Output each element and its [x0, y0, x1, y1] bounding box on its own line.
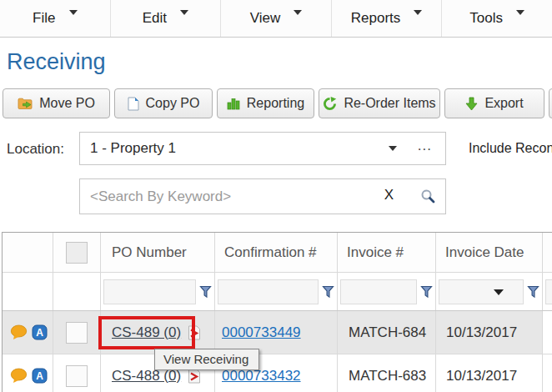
header-po-number-label: PO Number	[101, 244, 187, 261]
svg-text:A: A	[36, 327, 43, 339]
toolbar-button-cutoff[interactable]	[549, 88, 552, 118]
invoice-date-cell: 10/13/2017	[436, 311, 543, 354]
menu-tools[interactable]: Tools	[442, 0, 552, 37]
confirmation-cell: 0000733449	[215, 311, 338, 354]
table-filter-row	[3, 273, 552, 311]
menu-edit[interactable]: Edit	[111, 0, 222, 37]
menu-view-label: View	[250, 10, 281, 27]
table-row: A CS-488 (0) 0000733432 MATCH-683 10/13/…	[3, 354, 552, 392]
filter-confirmation	[215, 273, 338, 310]
row-indicators: A	[3, 354, 53, 392]
invoice-filter-input[interactable]	[340, 279, 417, 304]
select-all-checkbox[interactable]	[66, 242, 88, 264]
chevron-down-icon	[294, 10, 302, 15]
chevron-down-icon	[389, 146, 397, 151]
move-po-button[interactable]: Move PO	[3, 88, 110, 118]
search-clear-button[interactable]: X	[384, 187, 394, 204]
comment-bubble-icon[interactable]	[10, 368, 28, 384]
confirmation-filter-input[interactable]	[218, 279, 319, 304]
location-value: 1 - Property 1	[90, 133, 176, 164]
funnel-icon[interactable]	[527, 285, 539, 299]
svg-text:A: A	[36, 370, 43, 382]
search-icon[interactable]	[420, 188, 435, 207]
move-po-folder-icon	[18, 97, 33, 110]
approval-a-badge-icon[interactable]: A	[32, 368, 48, 384]
comment-bubble-icon[interactable]	[10, 324, 28, 340]
filter-invoice	[338, 273, 436, 310]
row-select	[53, 354, 101, 392]
row-checkbox[interactable]	[66, 322, 88, 344]
chevron-down-icon	[180, 10, 188, 15]
header-confirmation[interactable]: Confirmation #	[215, 233, 338, 272]
chevron-down-icon	[414, 10, 422, 15]
cutoff-cell	[543, 311, 552, 354]
download-arrow-icon	[465, 97, 478, 111]
header-invoice-date[interactable]: Invoice Date	[436, 233, 543, 272]
header-po-number[interactable]: PO Number	[101, 233, 215, 272]
menu-reports-label: Reports	[351, 10, 401, 27]
confirmation-link[interactable]: 0000733449	[222, 324, 301, 341]
table-row: A CS-489 (0) 0000733449 MATCH-684 10/13/…	[3, 311, 552, 354]
copy-po-label: Copy PO	[146, 96, 200, 111]
filter-select	[53, 273, 101, 310]
menu-view[interactable]: View	[221, 0, 332, 37]
header-select-all	[53, 233, 101, 272]
header-indicators	[3, 233, 53, 272]
header-cutoff	[543, 233, 552, 272]
reorder-items-label: Re-Order Items	[344, 96, 435, 111]
menu-file[interactable]: File	[0, 0, 111, 37]
header-invoice-label: Invoice #	[338, 244, 404, 261]
approval-a-badge-icon[interactable]: A	[32, 324, 48, 340]
view-receiving-tooltip: View Receiving	[154, 349, 259, 370]
refresh-arrows-icon	[323, 97, 337, 111]
receiving-table: PO Number Confirmation # Invoice # Invoi…	[2, 232, 552, 392]
reporting-button[interactable]: Reporting	[217, 88, 314, 118]
filter-cutoff	[543, 273, 552, 310]
invoice-cell: MATCH-683	[338, 354, 436, 392]
funnel-icon[interactable]	[199, 285, 212, 299]
po-number-cell: CS-489 (0)	[101, 311, 215, 354]
funnel-icon[interactable]	[420, 285, 433, 299]
include-reconciled-label: Include Reconc	[469, 141, 552, 156]
funnel-icon[interactable]	[322, 285, 334, 299]
copy-document-icon	[128, 97, 139, 111]
search-box: X	[79, 178, 446, 214]
chevron-down-icon	[69, 10, 78, 15]
header-invoice[interactable]: Invoice #	[338, 233, 436, 272]
export-button[interactable]: Export	[444, 88, 544, 118]
search-input[interactable]	[80, 179, 355, 214]
header-confirmation-label: Confirmation #	[215, 244, 317, 261]
header-invoice-date-label: Invoice Date	[436, 244, 524, 261]
chevron-down-icon[interactable]	[494, 289, 504, 295]
menu-tools-label: Tools	[469, 10, 503, 27]
invoice-cell: MATCH-684	[338, 311, 436, 354]
cutoff-cell	[543, 354, 552, 392]
table-header-row: PO Number Confirmation # Invoice # Invoi…	[3, 233, 552, 273]
menu-edit-label: Edit	[143, 10, 167, 27]
location-more-button[interactable]: ...	[418, 138, 432, 154]
invoice-date-filter-input[interactable]	[439, 279, 524, 304]
page-title: Receiving	[7, 49, 106, 75]
export-label: Export	[484, 96, 523, 111]
menu-file-label: File	[33, 10, 55, 27]
location-label: Location:	[7, 141, 64, 158]
row-select	[53, 311, 101, 354]
filter-indicators	[3, 273, 53, 310]
row-checkbox[interactable]	[66, 365, 88, 387]
filter-invoice-date	[436, 273, 543, 310]
move-po-label: Move PO	[39, 96, 95, 111]
cutoff-filter-input[interactable]	[545, 279, 552, 304]
invoice-date-cell: 10/13/2017	[436, 354, 543, 392]
chevron-down-icon	[516, 10, 524, 15]
location-dropdown[interactable]: 1 - Property 1 ...	[79, 132, 446, 165]
view-receiving-doc-icon[interactable]	[185, 324, 202, 341]
menu-reports[interactable]: Reports	[332, 0, 443, 37]
row-indicators: A	[3, 311, 53, 354]
menu-bar: File Edit View Reports Tools	[0, 0, 552, 38]
copy-po-button[interactable]: Copy PO	[114, 88, 213, 118]
po-number-filter-input[interactable]	[103, 279, 196, 304]
bar-chart-icon	[227, 97, 240, 110]
po-number-link[interactable]: CS-489 (0)	[112, 324, 181, 341]
reporting-label: Reporting	[247, 96, 304, 111]
reorder-items-button[interactable]: Re-Order Items	[319, 88, 440, 118]
